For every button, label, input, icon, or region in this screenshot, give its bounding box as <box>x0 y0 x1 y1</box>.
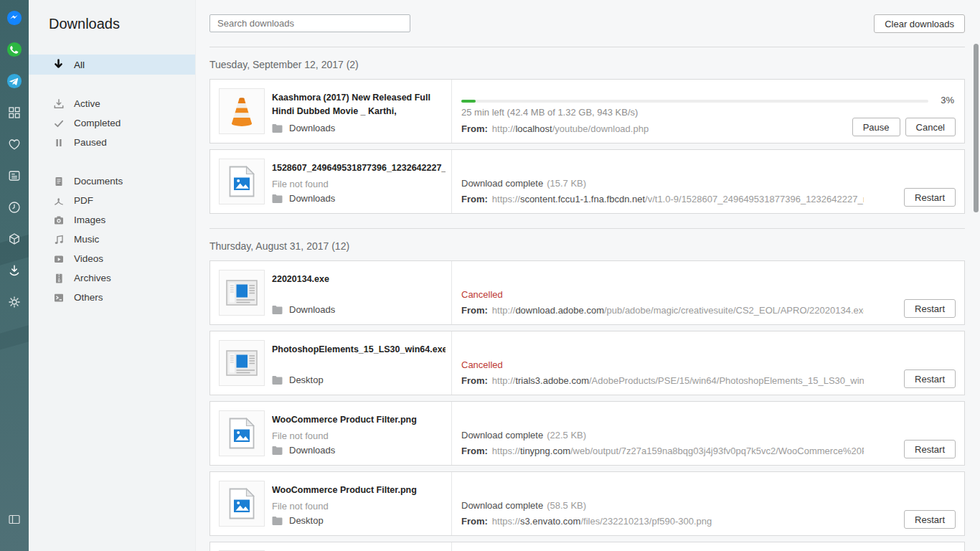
messenger-icon[interactable] <box>6 9 23 27</box>
folder-label[interactable]: Desktop <box>289 375 324 385</box>
section-divider <box>209 228 965 229</box>
file-title[interactable]: PhotoshopElements_15_LS30_win64.exe <box>272 343 446 357</box>
folder-label[interactable]: Downloads <box>289 193 335 204</box>
favorites-heart-icon[interactable] <box>6 136 23 153</box>
progress-fill <box>461 100 476 103</box>
url-scheme: https:// <box>492 516 520 527</box>
sidebar-item-active[interactable]: Active <box>29 94 195 113</box>
url-scheme: http:// <box>492 123 516 134</box>
url-path: /v/t1.0-9/1528607_249649531877396_123264… <box>645 194 864 204</box>
card-buttons: Restart <box>904 369 956 388</box>
status-text: Download complete <box>461 430 543 441</box>
download-section: Tuesday, September 12, 2017 (2)Kaashmora… <box>209 47 965 214</box>
folder-icon <box>272 516 283 525</box>
source-url-line: From:https://tinypng.com/web/output/7z27… <box>461 446 864 456</box>
apps-grid-icon[interactable] <box>6 104 23 121</box>
sidebar-item-images[interactable]: Images <box>29 210 195 230</box>
restart-button[interactable]: Restart <box>904 188 956 207</box>
sidebar-item-paused[interactable]: Paused <box>29 133 195 152</box>
download-section: Thursday, August 31, 2017 (12)22020134.e… <box>209 228 965 551</box>
restart-button[interactable]: Restart <box>904 369 956 388</box>
file-title[interactable]: 22020134.exe <box>272 273 446 286</box>
video-play-icon <box>52 253 65 265</box>
file-thumbnail[interactable] <box>219 270 265 316</box>
source-url-line: From:https://s3.envato.com/files/2322102… <box>461 516 864 527</box>
folder-label[interactable]: Downloads <box>289 304 335 315</box>
file-size: (15.7 KB) <box>547 178 586 189</box>
sidebar-item-music[interactable]: Music <box>29 230 195 249</box>
pdf-icon <box>52 194 65 207</box>
url-path: /AdobeProducts/PSE/15/win64/PhotoshopEle… <box>589 375 864 386</box>
file-thumbnail[interactable] <box>219 88 265 134</box>
file-title[interactable]: 1528607_249649531877396_1232642227_n.... <box>272 161 446 175</box>
sidebar-item-label: PDF <box>74 195 93 206</box>
sidebar-item-label: Completed <box>74 118 121 128</box>
url-scheme: http:// <box>492 375 516 386</box>
file-thumbnail[interactable] <box>219 340 265 386</box>
section-header: Tuesday, September 12, 2017 (2) <box>209 59 965 70</box>
panel-toggle-icon[interactable] <box>6 511 23 528</box>
url-path: /web/output/7z27a159na8bqg03j4j93fv0pq7k… <box>570 446 864 456</box>
history-clock-icon[interactable] <box>6 199 23 216</box>
restart-button[interactable]: Restart <box>904 440 956 458</box>
scrollbar-thumb[interactable] <box>974 44 979 212</box>
status-line: Cancelled <box>461 289 503 300</box>
url-scheme: http:// <box>492 305 516 316</box>
file-thumbnail[interactable] <box>219 159 265 204</box>
app-rail <box>0 0 29 551</box>
folder-icon <box>272 375 283 385</box>
sidebar-item-label: Music <box>74 234 99 245</box>
pause-button[interactable]: Pause <box>852 118 900 136</box>
clear-downloads-button[interactable]: Clear downloads <box>874 14 965 33</box>
file-title[interactable]: WooCommerce Product Filter.png <box>272 413 446 427</box>
file-not-found-label: File not found <box>272 430 446 441</box>
download-card: Kaashmora (2017) New Released Full Hindi… <box>209 79 965 143</box>
status-text: Cancelled <box>461 359 503 370</box>
folder-icon <box>272 123 283 133</box>
cancel-button[interactable]: Cancel <box>905 118 956 136</box>
file-thumbnail[interactable] <box>219 481 265 527</box>
from-label: From: <box>461 375 488 386</box>
download-card: WooCommerce Product Filter.pngFile not f… <box>209 471 965 536</box>
folder-label[interactable]: Downloads <box>289 445 335 456</box>
whatsapp-icon[interactable] <box>6 41 23 58</box>
restart-button[interactable]: Restart <box>904 510 956 529</box>
settings-gear-icon[interactable] <box>6 293 23 311</box>
file-title[interactable]: WooCommerce Product Filter.png <box>272 484 446 497</box>
sidebar-item-documents[interactable]: Documents <box>29 171 195 191</box>
file-title[interactable]: Kaashmora (2017) New Released Full Hindi… <box>272 91 446 120</box>
from-label: From: <box>461 305 488 316</box>
file-thumbnail[interactable] <box>219 410 265 456</box>
from-label: From: <box>461 194 488 204</box>
folder-row: Desktop <box>272 375 324 385</box>
sidebar-item-completed[interactable]: Completed <box>29 113 195 133</box>
url-domain: trials3.adobe.com <box>515 375 589 386</box>
restart-button[interactable]: Restart <box>904 299 956 318</box>
section-divider <box>209 47 965 47</box>
card-buttons: Restart <box>904 440 956 458</box>
pause-icon <box>52 136 65 149</box>
folder-row: Downloads <box>272 123 335 133</box>
news-feed-icon[interactable] <box>6 167 23 184</box>
url-domain: tinypng.com <box>520 446 570 456</box>
sidebar-item-videos[interactable]: Videos <box>29 249 195 268</box>
sidebar-item-label: Documents <box>74 176 123 187</box>
sidebar-item-pdf[interactable]: PDF <box>29 191 195 210</box>
url-domain: s3.envato.com <box>520 516 581 527</box>
folder-label[interactable]: Desktop <box>289 515 324 526</box>
from-label: From: <box>461 123 488 134</box>
sidebar-item-others[interactable]: Others <box>29 288 195 307</box>
search-input[interactable] <box>209 14 410 32</box>
packages-box-icon[interactable] <box>6 230 23 248</box>
status-text: Cancelled <box>461 289 503 300</box>
url-domain: localhost <box>515 123 552 134</box>
downloads-arrow-icon[interactable] <box>6 262 23 279</box>
progress-percent: 3% <box>941 95 954 105</box>
sidebar-item-label: All <box>74 60 85 70</box>
sidebar-item-all[interactable]: All <box>29 55 195 75</box>
sidebar-item-archives[interactable]: Archives <box>29 268 195 288</box>
folder-label[interactable]: Downloads <box>289 123 335 133</box>
url-domain: scontent.fccu1-1.fna.fbcdn.net <box>520 194 645 204</box>
telegram-icon[interactable] <box>6 72 23 90</box>
source-url-line: From:http://download.adobe.com/pub/adobe… <box>461 305 864 316</box>
